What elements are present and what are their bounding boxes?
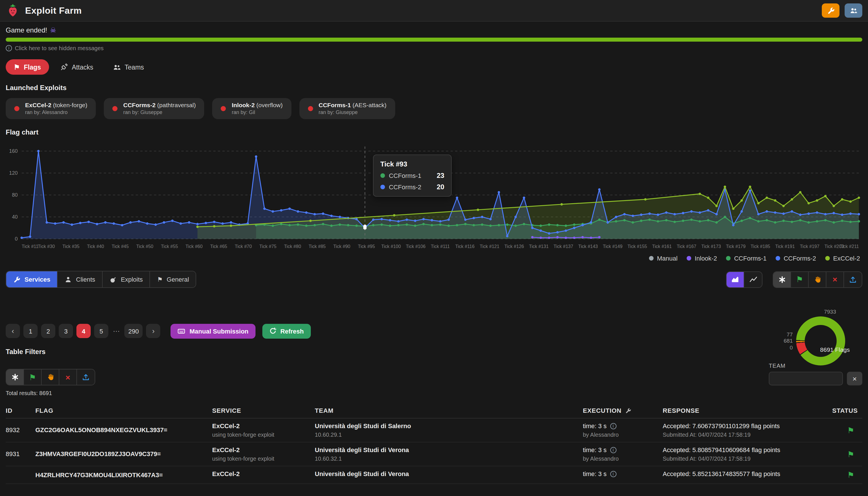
donut-timeout-label: 77: [770, 331, 793, 338]
tab-clients[interactable]: Clients: [58, 272, 103, 287]
table-row: 8931 Z3HMVA3RGEFI0U2DO189ZJ3OAV9C379= Ex…: [6, 443, 862, 466]
svg-text:160: 160: [9, 148, 18, 154]
flag-chart[interactable]: 04080120160Tick #11Tick #30Tick #35Tick …: [4, 141, 864, 252]
series-dot: [381, 185, 385, 189]
tab-flags[interactable]: ⚑ Flags: [6, 59, 49, 75]
team-filter-input[interactable]: [769, 372, 843, 385]
next-page-button[interactable]: ›: [146, 324, 160, 338]
flags-donut-chart: 7933 77 681 0 8691 Flags: [762, 308, 859, 371]
page-button-last[interactable]: 290: [124, 324, 143, 338]
exploit-chip[interactable]: ExCCel-2 (token-forge) ran by: Alessandr…: [6, 98, 96, 119]
table-status-filter-buttons: ⚑ ×: [6, 369, 95, 385]
hidden-messages-text: Click here to see hidden messages: [15, 45, 104, 51]
refresh-button[interactable]: Refresh: [262, 324, 311, 338]
svg-text:Tick #197: Tick #197: [800, 244, 820, 249]
exploit-farm-app: Exploit Farm Game ended! ☠ i Click here …: [0, 0, 868, 496]
svg-text:Tick #40: Tick #40: [87, 244, 104, 249]
page-button-5[interactable]: 5: [94, 324, 108, 338]
page-button-3[interactable]: 3: [59, 324, 73, 338]
filter-refused-button[interactable]: [42, 369, 59, 385]
filter-all-button[interactable]: [773, 272, 791, 287]
exploit-chip[interactable]: CCForms-1 (AES-attack) ran by: Giuseppe: [299, 98, 395, 119]
legend-item-inlook-2[interactable]: Inlook-2: [687, 255, 717, 262]
legend-item-ccforms-1[interactable]: CCForms-1: [726, 255, 766, 262]
exploit-chip[interactable]: Inlook-2 (overflow) ran by: Gil: [213, 98, 291, 119]
filter-accepted-button[interactable]: ⚑: [24, 369, 42, 385]
info-icon[interactable]: i: [610, 471, 616, 477]
wrench-button[interactable]: [822, 3, 839, 18]
chart-legend: Manual Inlook-2 CCForms-1 CCForms-2 ExCC…: [8, 255, 860, 262]
launched-exploits-list: ExCCel-2 (token-forge) ran by: Alessandr…: [6, 98, 862, 119]
table-filters-row: ⚑ × TEAM ×: [6, 362, 862, 385]
col-id: ID: [6, 407, 35, 414]
svg-text:Tick #100: Tick #100: [381, 244, 401, 249]
info-icon[interactable]: i: [610, 447, 616, 453]
manual-submission-button[interactable]: Manual Submission: [171, 324, 255, 338]
svg-text:Tick #121: Tick #121: [480, 244, 499, 249]
svg-text:Tick #149: Tick #149: [603, 244, 622, 249]
legend-item-exccel-2[interactable]: ExCCel-2: [825, 255, 860, 262]
accounts-button[interactable]: [844, 3, 862, 18]
donut-rejected-label: 681: [770, 338, 793, 344]
page-button-4-active[interactable]: 4: [76, 324, 91, 338]
status-dot: [221, 106, 226, 111]
tab-general[interactable]: ⚑ General: [150, 272, 196, 287]
table-header: ID FLAG SERVICE TEAM EXECUTION RESPONSE …: [6, 403, 862, 418]
area-chart-button[interactable]: [727, 272, 744, 287]
flag-icon: ⚑: [796, 275, 803, 283]
launched-exploits-title: Launched Exploits: [6, 84, 862, 92]
tab-exploits[interactable]: Exploits: [103, 272, 150, 287]
tab-teams[interactable]: Teams: [105, 59, 152, 75]
svg-text:Tick #111: Tick #111: [431, 244, 450, 249]
svg-text:Tick #167: Tick #167: [677, 244, 696, 249]
svg-text:Tick #131: Tick #131: [529, 244, 548, 249]
series-dot: [381, 173, 385, 178]
filter-accepted-button[interactable]: ⚑: [791, 272, 809, 287]
svg-text:Tick #161: Tick #161: [652, 244, 672, 249]
page-button-1[interactable]: 1: [24, 324, 37, 338]
col-execution: EXECUTION: [583, 407, 663, 414]
donut-center-label: 8691 Flags: [820, 346, 850, 353]
hand-icon: [46, 373, 54, 381]
flag-icon: ⚑: [14, 63, 20, 71]
hidden-messages-link[interactable]: i Click here to see hidden messages: [6, 45, 862, 51]
svg-text:Tick #60: Tick #60: [186, 244, 203, 249]
legend-item-manual[interactable]: Manual: [649, 255, 678, 262]
ran-by-label: ran by: Giuseppe: [319, 109, 386, 115]
svg-text:40: 40: [12, 214, 18, 220]
prev-page-button[interactable]: ‹: [6, 324, 20, 338]
donut-accepted-label: 7933: [824, 308, 836, 315]
svg-text:Tick #155: Tick #155: [627, 244, 647, 249]
filter-manual-button[interactable]: [77, 369, 95, 385]
svg-text:80: 80: [12, 192, 18, 198]
legend-item-ccforms-2[interactable]: CCForms-2: [776, 255, 816, 262]
page-button-2[interactable]: 2: [41, 324, 55, 338]
row-id: 8931: [6, 450, 35, 458]
clear-team-filter-button[interactable]: ×: [847, 372, 862, 385]
svg-text:Tick #70: Tick #70: [235, 244, 252, 249]
row-id: 8932: [6, 427, 35, 434]
tab-attacks[interactable]: Attacks: [52, 59, 101, 75]
view-tabs: Services Clients Exploits ⚑ General: [6, 271, 197, 288]
filter-refused-button[interactable]: [809, 272, 826, 287]
filter-error-button[interactable]: ×: [59, 369, 77, 385]
info-icon[interactable]: i: [610, 423, 616, 429]
filter-all-button[interactable]: [6, 369, 24, 385]
table-row: H4ZRLHRCY47G3KMOU4LIXIROTK467A3= ExCCel-…: [6, 466, 862, 484]
main-tabs: ⚑ Flags Attacks Teams: [6, 59, 862, 75]
filter-error-button[interactable]: ×: [826, 272, 844, 287]
skull-icon: ☠: [50, 26, 56, 34]
controls-row: Services Clients Exploits ⚑ General: [6, 271, 862, 288]
exploit-chip[interactable]: CCForms-2 (pathtraversal) ran by: Giusep…: [104, 98, 204, 119]
line-chart-button[interactable]: [744, 272, 762, 287]
tooltip-title: Tick #93: [381, 160, 444, 168]
syringe-icon: [60, 63, 68, 71]
game-progress-bar: [6, 37, 862, 42]
upload-icon: [849, 276, 857, 283]
svg-text:Tick #173: Tick #173: [701, 244, 721, 249]
svg-text:Tick #191: Tick #191: [775, 244, 795, 249]
filter-manual-button[interactable]: [844, 272, 862, 287]
tab-services[interactable]: Services: [6, 272, 58, 287]
people-icon: [113, 63, 121, 71]
app-title: Exploit Farm: [25, 5, 82, 16]
